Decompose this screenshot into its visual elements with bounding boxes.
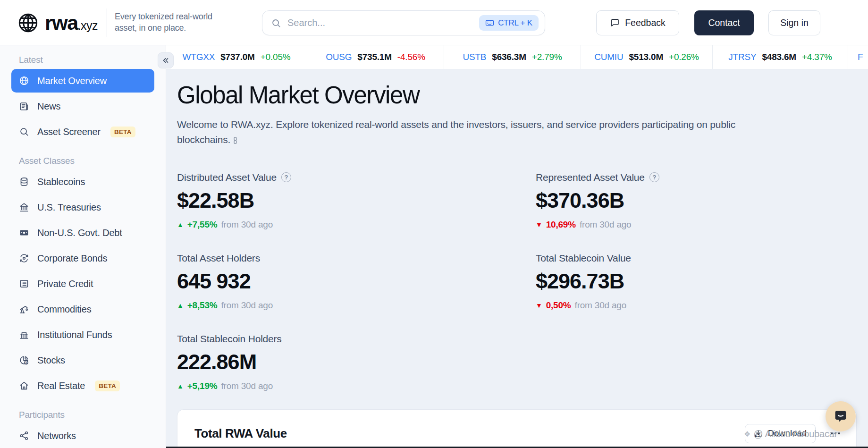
sign-in-label: Sign in — [780, 17, 809, 28]
stat-change-period: from 30d ago — [575, 300, 627, 311]
sidebar-item-label: Stablecoins — [37, 177, 85, 187]
ticker-item-ousg[interactable]: OUSG$735.1M-4.56% — [307, 45, 444, 69]
pie-dollar-icon: $ — [19, 355, 29, 365]
ticker-bar: WTGXX$737.0M+0.05%OUSG$735.1M-4.56%USTB$… — [166, 45, 868, 69]
sidebar-item-label: Market Overview — [37, 76, 107, 86]
help-icon[interactable]: ? — [649, 172, 659, 182]
search-bar[interactable]: CTRL + K — [262, 10, 545, 35]
ticker-change: -4.56% — [397, 52, 425, 62]
chat-bubble-icon — [832, 408, 849, 425]
sidebar: LatestMarket OverviewNewsAsset ScreenerB… — [0, 45, 166, 448]
tagline: Every tokenized real-world asset, in one… — [115, 11, 216, 34]
contact-label: Contact — [708, 17, 740, 28]
chat-launcher-button[interactable] — [826, 401, 856, 431]
contact-button[interactable]: Contact — [694, 10, 754, 35]
stat-change-percent: +8,53% — [187, 300, 218, 311]
ticker-value: $483.6M — [762, 52, 796, 62]
stat-change-period: from 30d ago — [221, 381, 273, 391]
sidebar-collapse-button[interactable] — [158, 52, 174, 68]
stat-value: 222.86M — [177, 350, 536, 374]
sidebar-item-label: Stocks — [37, 355, 65, 366]
sidebar-item-asset-screener[interactable]: Asset ScreenerBETA — [11, 120, 154, 144]
sidebar-item-stablecoins[interactable]: Stablecoins — [11, 170, 154, 194]
sidebar-item-non-u-s-govt-debt[interactable]: Non-U.S. Govt. Debt — [11, 221, 154, 245]
stat-delta: ▼10,69%from 30d ago — [536, 220, 868, 230]
help-icon[interactable]: ? — [281, 172, 291, 182]
ticker-value: $636.3M — [492, 52, 526, 62]
ticker-symbol: WTGXX — [183, 52, 215, 62]
stat-change-percent: 0,50% — [546, 300, 571, 311]
sidebar-item-private-credit[interactable]: Private Credit — [11, 272, 154, 296]
sidebar-item-networks[interactable]: Networks — [11, 424, 154, 448]
ticker-item-f[interactable]: F — [848, 45, 868, 69]
sidebar-item-label: Corporate Bonds — [37, 253, 107, 264]
stat-label-text: Total Stablecoin Value — [536, 253, 631, 264]
watermark-text: @ Alidou Aboubacar — [753, 429, 837, 440]
rwa-globe-logo-icon — [17, 12, 39, 34]
top-header: rwa.xyz Every tokenized real-world asset… — [0, 0, 868, 45]
welcome-text-body: Welcome to RWA.xyz. Explore tokenized re… — [177, 119, 735, 145]
chains-icon — [231, 136, 239, 144]
stat-delta: ▼0,50%from 30d ago — [536, 300, 868, 311]
ticker-item-cumiu[interactable]: CUMIU$513.0M+0.26% — [581, 45, 713, 69]
ticker-change: +2.79% — [532, 52, 562, 62]
sidebar-section-label: Participants — [19, 410, 154, 420]
stat-total-stablecoin-holders: Total Stablecoin Holders222.86M▲+5,19%fr… — [177, 333, 536, 391]
sidebar-item-label: Institutional Funds — [37, 330, 112, 340]
ticker-item-ustb[interactable]: USTB$636.3M+2.79% — [444, 45, 581, 69]
stat-value: $370.36B — [536, 188, 868, 213]
sidebar-item-label: Real Estate — [37, 380, 85, 391]
ticker-item-wtgxx[interactable]: WTGXX$737.0M+0.05% — [166, 45, 307, 69]
sidebar-section-asset-classes: Asset ClassesStablecoinsU.S. TreasuriesN… — [11, 156, 154, 397]
refresh-coin-icon — [19, 253, 29, 263]
stat-value: $296.73B — [536, 269, 868, 294]
rwa-logo[interactable]: rwa.xyz — [17, 10, 98, 35]
stat-represented-asset-value: Represented Asset Value?$370.36B▼10,69%f… — [536, 172, 868, 230]
ticker-change: +4.37% — [802, 52, 832, 62]
sidebar-nav: LatestMarket OverviewNewsAsset ScreenerB… — [11, 55, 154, 448]
sign-in-button[interactable]: Sign in — [768, 10, 820, 35]
banknote-icon — [19, 228, 29, 238]
keyboard-icon — [485, 18, 494, 27]
sidebar-item-label: U.S. Treasuries — [37, 202, 101, 213]
stat-label-text: Total Stablecoin Holders — [177, 333, 282, 345]
sidebar-item-stocks[interactable]: $Stocks — [11, 348, 154, 372]
keyboard-shortcut-badge: CTRL + K — [479, 15, 539, 31]
ticker-value: $513.0M — [629, 52, 663, 62]
sidebar-item-commodities[interactable]: Commodities — [11, 297, 154, 321]
stat-change-percent: +7,55% — [187, 220, 218, 230]
list-card-icon — [19, 279, 29, 289]
stat-change-period: from 30d ago — [580, 220, 632, 230]
sidebar-item-label: Commodities — [37, 304, 92, 315]
stat-distributed-asset-value: Distributed Asset Value?$22.58B▲+7,55%fr… — [177, 172, 536, 230]
sidebar-item-u-s-treasuries[interactable]: U.S. Treasuries — [11, 195, 154, 219]
house-icon — [19, 380, 29, 391]
triangle-up-icon: ▲ — [177, 382, 184, 390]
sidebar-item-real-estate[interactable]: Real EstateBETA — [11, 374, 154, 397]
sidebar-section-participants: ParticipantsNetworks — [11, 410, 154, 448]
ticker-symbol: CUMIU — [594, 52, 623, 62]
stat-label-text: Represented Asset Value — [536, 172, 645, 183]
stat-change-percent: +5,19% — [187, 381, 218, 391]
ticker-item-jtrsy[interactable]: JTRSY$483.6M+4.37% — [713, 45, 848, 69]
ticker-symbol: JTRSY — [728, 52, 756, 62]
ticker-symbol: F — [858, 52, 863, 62]
search-input[interactable] — [287, 17, 479, 28]
stat-label: Distributed Asset Value? — [177, 172, 536, 183]
sidebar-item-label: Networks — [37, 431, 76, 441]
ticker-change: +0.26% — [669, 52, 699, 62]
landmark-icon — [19, 202, 29, 212]
building-columns-icon — [19, 330, 29, 340]
ticker-symbol: USTB — [463, 52, 486, 62]
sidebar-item-news[interactable]: News — [11, 94, 154, 118]
stat-delta: ▲+8,53%from 30d ago — [177, 300, 536, 311]
sidebar-item-institutional-funds[interactable]: Institutional Funds — [11, 323, 154, 347]
globe-icon — [19, 76, 29, 86]
sidebar-item-corporate-bonds[interactable]: Corporate Bonds — [11, 246, 154, 270]
sidebar-item-market-overview[interactable]: Market Overview — [11, 69, 154, 93]
stat-change-period: from 30d ago — [221, 220, 273, 230]
sidebar-item-label: Asset Screener — [37, 127, 101, 137]
feedback-button[interactable]: Feedback — [596, 10, 679, 35]
sidebar-item-label: Non-U.S. Govt. Debt — [37, 228, 122, 238]
beta-badge: BETA — [110, 127, 135, 137]
